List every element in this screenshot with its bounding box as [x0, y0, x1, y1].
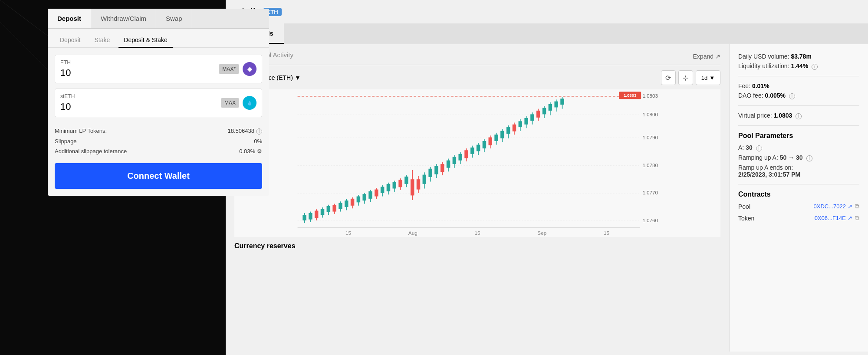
content-area: Chart Pool Activity Expand ↗ LP Token Pr… [226, 44, 868, 352]
steth-input-right: MAX 💧 [221, 96, 256, 110]
svg-rect-69 [428, 169, 432, 177]
svg-text:15: 15 [604, 230, 609, 236]
eth-token-icon: ◆ [243, 62, 256, 76]
svg-rect-43 [351, 199, 355, 206]
svg-rect-75 [447, 161, 450, 168]
pool-contract-row: Pool 0XDC...7022 ↗ ⧉ [738, 203, 859, 210]
svg-rect-63 [411, 179, 414, 195]
fee-value: 0.01% [752, 82, 769, 89]
candlestick-chart: 1.0803 1.0800 1.0790 1.0780 1.0770 1.076… [234, 89, 720, 237]
svg-rect-41 [345, 201, 349, 207]
token-contract-copy-icon[interactable]: ⧉ [855, 214, 859, 222]
svg-rect-71 [434, 166, 438, 174]
svg-text:Sep: Sep [537, 230, 546, 236]
svg-rect-49 [368, 191, 372, 199]
expand-button[interactable]: Expand ↗ [693, 53, 720, 60]
eth-value[interactable]: 10 [60, 67, 219, 79]
pool-contract-label: Pool [738, 203, 750, 210]
svg-rect-91 [494, 135, 498, 141]
dao-fee-info-icon[interactable]: i [789, 93, 795, 99]
steth-value[interactable]: 10 [60, 101, 221, 112]
eth-label: ETH [60, 59, 219, 66]
chart-section: Chart Pool Activity Expand ↗ LP Token Pr… [226, 44, 729, 352]
slippage-value: 0% [254, 138, 262, 145]
contracts-section: Pool 0XDC...7022 ↗ ⧉ Token 0X06...F14E [738, 203, 859, 222]
deposit-widget: Deposit Withdraw/Claim Swap Deposit Stak… [48, 9, 269, 196]
svg-rect-61 [404, 177, 408, 184]
steth-max-button[interactable]: MAX [221, 98, 239, 108]
divider-3 [738, 125, 859, 126]
chart-tab-bar: Chart Pool Activity Expand ↗ [234, 51, 720, 65]
svg-rect-79 [458, 154, 462, 161]
eth-max-button[interactable]: MAX* [219, 64, 239, 74]
slippage-tolerance-row: Additional slippage tolerance 0.03%⚙ [55, 146, 262, 156]
contracts-title: Contracts [738, 191, 859, 198]
steth-label: stETH [60, 93, 221, 99]
token-header: steth ETH [226, 0, 868, 23]
svg-rect-55 [387, 184, 391, 191]
ramping-info-icon[interactable]: i [806, 155, 812, 161]
svg-text:Aug: Aug [408, 230, 418, 236]
pool-a-info-icon[interactable]: i [756, 145, 762, 151]
dao-fee-label: DAO fee: [738, 92, 765, 99]
svg-rect-67 [423, 175, 427, 184]
steth-token-icon: 💧 [243, 96, 256, 110]
connect-wallet-button[interactable]: Connect Wallet [55, 163, 262, 189]
svg-rect-107 [542, 108, 546, 115]
crosshair-button[interactable]: ⊹ [678, 70, 693, 85]
panel-body: ETH 10 MAX* ◆ stETH 10 MAX 💧 Minimum LP … [48, 48, 269, 196]
refresh-button[interactable]: ⟳ [661, 70, 676, 85]
svg-rect-97 [513, 125, 516, 131]
slippage-label: Slippage [55, 138, 77, 145]
tab-swap[interactable]: Swap [156, 9, 192, 28]
svg-rect-57 [393, 182, 397, 189]
ramping-param: Ramping up A: 50 → 30 i [738, 154, 859, 161]
pool-contract-link[interactable]: 0XDC...7022 ↗ [814, 203, 852, 210]
liquidity-value: 1.44% [791, 62, 808, 69]
sub-tab-stake[interactable]: Stake [89, 33, 115, 48]
slippage-tolerance-label: Additional slippage tolerance [55, 148, 127, 154]
svg-rect-77 [453, 157, 457, 164]
svg-rect-103 [530, 114, 534, 121]
virtual-price-info-icon[interactable]: i [796, 113, 802, 119]
svg-rect-45 [357, 197, 361, 203]
token-contract-link[interactable]: 0X06...F14E ↗ [815, 215, 852, 221]
chart-area: 1.0803 1.0800 1.0790 1.0780 1.0770 1.076… [234, 89, 720, 237]
svg-rect-89 [489, 138, 493, 145]
tab-withdraw-claim[interactable]: Withdraw/Claim [91, 9, 156, 28]
svg-rect-59 [398, 180, 402, 187]
svg-rect-73 [441, 164, 444, 172]
sub-tab-deposit[interactable]: Deposit [55, 33, 85, 48]
svg-text:15: 15 [475, 230, 480, 236]
gear-icon[interactable]: ⚙ [257, 148, 262, 154]
svg-rect-93 [500, 131, 504, 138]
svg-text:1.0770: 1.0770 [642, 190, 658, 195]
svg-rect-83 [470, 148, 474, 154]
min-lp-info-icon[interactable]: i [256, 128, 262, 135]
eth-input-right: MAX* ◆ [219, 62, 256, 76]
token-contract-row: Token 0X06...F14E ↗ ⧉ [738, 214, 859, 222]
min-lp-row: Minimum LP Tokens: 18.506438i [55, 126, 262, 136]
svg-rect-111 [554, 102, 558, 108]
svg-rect-113 [560, 99, 564, 105]
eth-input-group: ETH 10 MAX* ◆ [55, 55, 262, 83]
svg-rect-95 [506, 127, 510, 134]
pool-a-param: A: 30 i [738, 144, 859, 151]
fee-label: Fee: [738, 82, 752, 89]
pool-contract-copy-icon[interactable]: ⧉ [855, 203, 859, 210]
svg-text:1.0803: 1.0803 [642, 93, 658, 99]
svg-rect-65 [417, 179, 421, 189]
svg-text:1.0780: 1.0780 [642, 162, 658, 168]
svg-rect-27 [302, 215, 306, 220]
svg-text:1.0760: 1.0760 [642, 217, 658, 223]
svg-text:1.0803: 1.0803 [624, 93, 636, 98]
currency-reserves-label: Currency reserves [234, 242, 720, 250]
sub-tab-deposit-stake[interactable]: Deposit & Stake [118, 33, 172, 48]
svg-text:15: 15 [345, 230, 351, 236]
virtual-price-label: Virtual price: [738, 112, 773, 119]
min-lp-value: 18.506438i [228, 128, 262, 135]
ramp-ends-value: 2/25/2023, 3:01:57 PM [738, 171, 800, 178]
liquidity-info-icon[interactable]: i [812, 64, 818, 70]
period-selector[interactable]: 1d ▼ [696, 70, 720, 85]
tab-deposit[interactable]: Deposit [48, 9, 91, 28]
